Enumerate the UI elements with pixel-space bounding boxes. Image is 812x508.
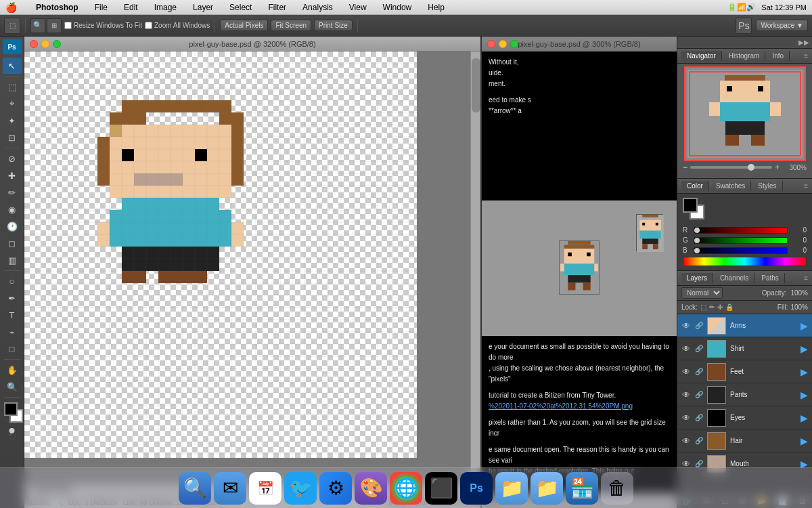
hand-tool[interactable]: ✋ [3, 362, 22, 378]
eraser-tool[interactable]: ◻ [3, 235, 22, 251]
dock-chrome[interactable]: 🌐 [390, 472, 422, 505]
maximize-button[interactable] [53, 40, 61, 48]
dock-trash[interactable]: 🗑 [601, 472, 633, 505]
blue-slider[interactable] [694, 247, 788, 254]
menu-image[interactable]: Image [152, 1, 179, 14]
dodge-tool[interactable]: ○ [3, 273, 22, 289]
dock-mail[interactable]: ✉ [214, 472, 246, 505]
green-slider[interactable] [694, 237, 788, 244]
tab-navigator[interactable]: Navigator [681, 51, 722, 61]
canvas-vertical-scrollbar[interactable] [470, 51, 480, 484]
zoom-all-check[interactable]: Zoom All Windows [145, 22, 210, 29]
blog-link[interactable]: %202011-07-02%20at%2012.31.54%20PM.png [489, 401, 670, 412]
tab-info[interactable]: Info [767, 51, 790, 61]
dock-finder2[interactable]: 📁 [495, 472, 528, 505]
menu-select[interactable]: Select [227, 1, 254, 14]
layer-mode-select[interactable]: Normal [681, 287, 723, 299]
color-swatches[interactable] [1, 401, 23, 425]
pen-tool[interactable]: ✒ [3, 290, 22, 306]
menu-layer[interactable]: Layer [190, 1, 216, 14]
minimize-button[interactable] [41, 40, 49, 48]
tab-layers[interactable]: Layers [681, 273, 713, 283]
dock-appstore[interactable]: 🏪 [566, 472, 598, 505]
screen-mode-icon[interactable]: ⬛ [9, 434, 16, 440]
layer-item-eyes[interactable]: 👁 🔗 Eyes ▶ [677, 406, 812, 429]
history-tool[interactable]: 🕐 [3, 218, 22, 234]
zoom-slider[interactable] [690, 166, 772, 169]
actual-pixels-button[interactable]: Actual Pixels [220, 20, 268, 31]
color-spectrum-bar[interactable] [683, 257, 807, 266]
menu-filter[interactable]: Filter [265, 1, 289, 14]
pixel-art-canvas[interactable] [24, 51, 417, 458]
lock-move-icon[interactable]: ✛ [717, 303, 723, 311]
tab-histogram[interactable]: Histogram [723, 51, 766, 61]
tab-channels[interactable]: Channels [715, 273, 754, 283]
dock-ps[interactable]: Ps [460, 472, 493, 505]
shape-tool[interactable]: □ [3, 341, 22, 357]
layer-link-pants[interactable]: 🔗 [695, 391, 703, 398]
brush-tool[interactable]: ✏ [3, 184, 22, 200]
layers-panel-menu-icon[interactable]: ≡ [804, 274, 808, 282]
layer-visibility-feet[interactable]: 👁 [681, 367, 691, 377]
menu-edit[interactable]: Edit [121, 1, 141, 14]
canvas-area[interactable] [24, 51, 480, 496]
print-size-button[interactable]: Print Size [314, 20, 353, 31]
layer-link-feet[interactable]: 🔗 [695, 368, 703, 375]
dock-folder1[interactable]: 📁 [531, 472, 563, 505]
panel-menu-icon[interactable]: ≡ [804, 52, 808, 60]
window-controls[interactable] [30, 40, 61, 48]
close-btn2[interactable] [487, 40, 495, 48]
crop-tool[interactable]: ⊡ [3, 129, 22, 146]
layer-visibility-shirt[interactable]: 👁 [681, 344, 691, 354]
clone-tool[interactable]: ◉ [3, 201, 22, 217]
menu-view[interactable]: View [346, 1, 369, 14]
quick-mask-icon[interactable]: ⬤ [9, 427, 15, 433]
menu-window[interactable]: Window [380, 1, 415, 14]
dock-creativesuite[interactable]: 🎨 [355, 472, 387, 505]
fit-screen-button[interactable]: Fit Screen [271, 20, 311, 31]
type-tool[interactable]: T [3, 307, 22, 323]
gradient-tool[interactable]: ▥ [3, 252, 22, 268]
zoom-slider-thumb[interactable] [748, 164, 754, 171]
layer-visibility-hair[interactable]: 👁 [681, 436, 691, 446]
layer-link-shirt[interactable]: 🔗 [695, 345, 703, 352]
layer-link-arms[interactable]: 🔗 [695, 322, 703, 329]
red-slider[interactable] [694, 227, 788, 234]
menu-analysis[interactable]: Analysis [300, 1, 336, 14]
lock-all-icon[interactable]: 🔒 [725, 303, 734, 311]
second-window-controls[interactable] [487, 40, 518, 48]
close-button[interactable] [30, 40, 38, 48]
layer-link-hair[interactable]: 🔗 [695, 437, 703, 444]
dock-twitter[interactable]: 🐦 [284, 472, 317, 505]
layer-link-eyes[interactable]: 🔗 [695, 414, 703, 421]
layer-item-feet[interactable]: 👁 🔗 Feet ▶ [677, 360, 812, 383]
red-thumb[interactable] [694, 228, 700, 233]
blue-thumb[interactable] [694, 248, 700, 253]
color-panel-menu-icon[interactable]: ≡ [804, 182, 808, 190]
lasso-tool[interactable]: ⌖ [3, 96, 22, 112]
max-btn2[interactable] [510, 40, 518, 48]
healing-tool[interactable]: ✚ [3, 167, 22, 184]
layer-item-pants[interactable]: 👁 🔗 Pants ▶ [677, 383, 812, 406]
layer-visibility-pants[interactable]: 👁 [681, 390, 691, 400]
tab-color[interactable]: Color [681, 181, 709, 191]
layer-item-hair[interactable]: 👁 🔗 Hair ▶ [677, 429, 812, 452]
dock-terminal[interactable]: ⬛ [425, 472, 457, 505]
pixel-canvas-wrapper[interactable] [24, 51, 470, 484]
apple-menu[interactable]: 🍎 [5, 2, 17, 13]
layer-visibility-arms[interactable]: 👁 [681, 321, 691, 331]
resize-windows-check[interactable]: Resize Windows To Fit [64, 22, 142, 29]
lock-paint-icon[interactable]: ✏ [709, 303, 715, 311]
workspace-button[interactable]: Workspace ▼ [756, 20, 808, 31]
panel-collapse-handle[interactable]: ▶▶ [677, 37, 812, 49]
layer-visibility-eyes[interactable]: 👁 [681, 413, 691, 423]
eyedropper-tool[interactable]: ⊘ [3, 150, 22, 167]
move-tool[interactable]: ↖ [3, 58, 22, 74]
min-btn2[interactable] [499, 40, 507, 48]
lock-trans-icon[interactable]: ⬚ [700, 303, 706, 311]
dock-xcode[interactable]: ⚙ [319, 472, 352, 505]
zoom-in-icon[interactable]: + [775, 163, 780, 172]
zoom-out-icon[interactable]: − [683, 163, 687, 172]
foreground-color[interactable] [4, 402, 18, 416]
green-thumb[interactable] [694, 238, 700, 243]
